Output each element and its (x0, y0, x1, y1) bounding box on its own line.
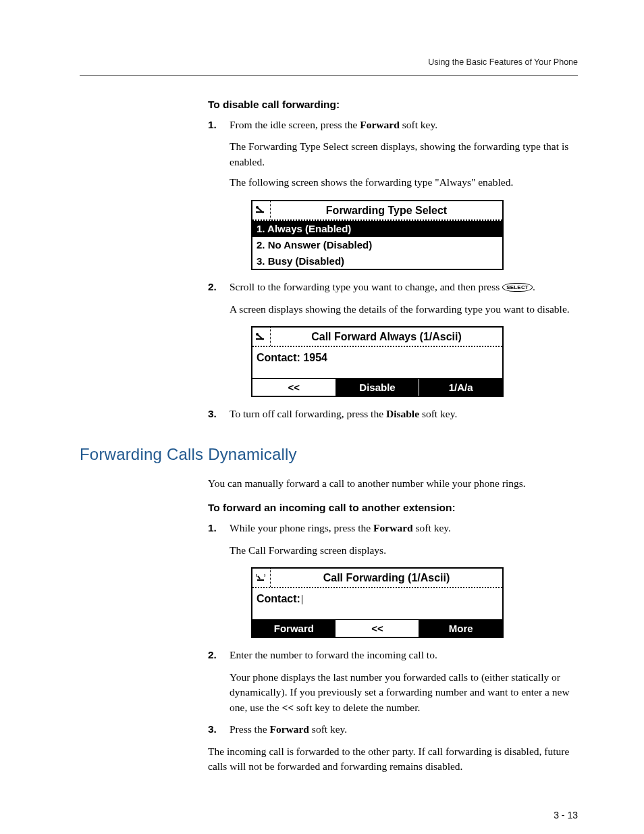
step-2: 2. Scroll to the forwarding type you wan… (208, 280, 578, 397)
step-3: 3. To turn off call forwarding, press th… (208, 407, 578, 421)
step-number: 1. (208, 521, 217, 536)
step-text: While your phone rings, press the Forwar… (230, 522, 451, 533)
content-area: To disable call forwarding: 1. From the … (208, 99, 578, 422)
phone-screen-figure-3: Call Forwarding (1/Ascii) Contact: Forwa… (251, 567, 504, 638)
softkey-disable: Disable (336, 379, 420, 396)
step-paragraph: The Call Forwarding screen displays. (230, 543, 578, 558)
header-rule (80, 75, 578, 76)
softkey-more: More (419, 620, 502, 637)
document-page: Using the Basic Features of Your Phone T… (0, 0, 644, 834)
phone-screen-figure-1: Forwarding Type Select 1. Always (Enable… (251, 200, 504, 270)
step-1: 1. While your phone rings, press the For… (208, 521, 578, 638)
svg-point-3 (256, 333, 259, 336)
figure-title: Call Forward Always (1/Ascii) (271, 328, 502, 346)
step-2: 2. Enter the number to forward the incom… (208, 648, 578, 715)
procedure-title-forward: To forward an incoming call to another e… (208, 502, 578, 514)
svg-point-1 (256, 206, 259, 209)
page-header: Using the Basic Features of Your Phone (80, 57, 578, 67)
phone-screen-figure-2: Call Forward Always (1/Ascii) Contact: 1… (251, 326, 504, 397)
figure-titlebar: Call Forwarding (1/Ascii) (252, 569, 502, 588)
step-number: 1. (208, 118, 217, 132)
softkey-row: << Disable 1/A/a (252, 378, 502, 396)
softkey-row: Forward << More (252, 619, 502, 637)
outro-paragraph: The incoming call is forwarded to the ot… (208, 744, 578, 775)
step-3: 3. Press the Forward soft key. (208, 722, 578, 737)
step-text: Enter the number to forward the incoming… (230, 649, 437, 660)
figure-title: Forwarding Type Select (271, 201, 502, 219)
step-paragraph: The following screen shows the forwardin… (230, 175, 578, 190)
step-text: Press the Forward soft key. (230, 723, 347, 735)
step-text: Scroll to the forwarding type you want t… (230, 281, 535, 292)
softkey-back: << (252, 379, 336, 396)
steps-list-disable: 1. From the idle screen, press the Forwa… (208, 118, 578, 422)
menu-item-no-answer: 2. No Answer (Disabled) (252, 237, 502, 253)
page-number: 3 - 13 (80, 810, 578, 820)
section-heading-dynamic: Forwarding Calls Dynamically (80, 445, 578, 464)
step-number: 3. (208, 722, 217, 737)
softkey-back: << (336, 620, 420, 637)
text-cursor-icon (302, 595, 304, 604)
select-button-icon: SELECT (502, 283, 533, 292)
contact-field: Contact: (252, 588, 502, 619)
procedure-title-disable: To disable call forwarding: (208, 99, 578, 111)
step-text: From the idle screen, press the Forward … (230, 119, 437, 130)
intro-paragraph: You can manually forward a call to anoth… (208, 476, 578, 491)
step-paragraph: A screen displays showing the details of… (230, 302, 578, 317)
contact-field: Contact: 1954 (252, 347, 502, 377)
step-number: 3. (208, 407, 217, 421)
step-paragraph: Your phone displays the last number you … (230, 670, 578, 715)
steps-list-forward: 1. While your phone rings, press the For… (208, 521, 578, 737)
menu-item-busy: 3. Busy (Disabled) (252, 253, 502, 269)
figure-title: Call Forwarding (1/Ascii) (271, 569, 502, 587)
ringing-icon (252, 569, 271, 587)
menu-item-always: 1. Always (Enabled) (252, 221, 502, 237)
softkey-forward: Forward (252, 620, 336, 637)
figure-titlebar: Forwarding Type Select (252, 201, 502, 221)
step-number: 2. (208, 648, 217, 662)
phone-icon (252, 328, 271, 346)
step-1: 1. From the idle screen, press the Forwa… (208, 118, 578, 270)
figure-titlebar: Call Forward Always (1/Ascii) (252, 328, 502, 347)
softkey-mode: 1/A/a (419, 379, 502, 396)
step-number: 2. (208, 280, 217, 294)
step-text: To turn off call forwarding, press the D… (230, 408, 457, 419)
phone-icon (252, 201, 271, 219)
content-area-2: You can manually forward a call to anoth… (208, 476, 578, 775)
step-paragraph: The Forwarding Type Select screen displa… (230, 139, 578, 170)
svg-rect-4 (257, 579, 264, 581)
